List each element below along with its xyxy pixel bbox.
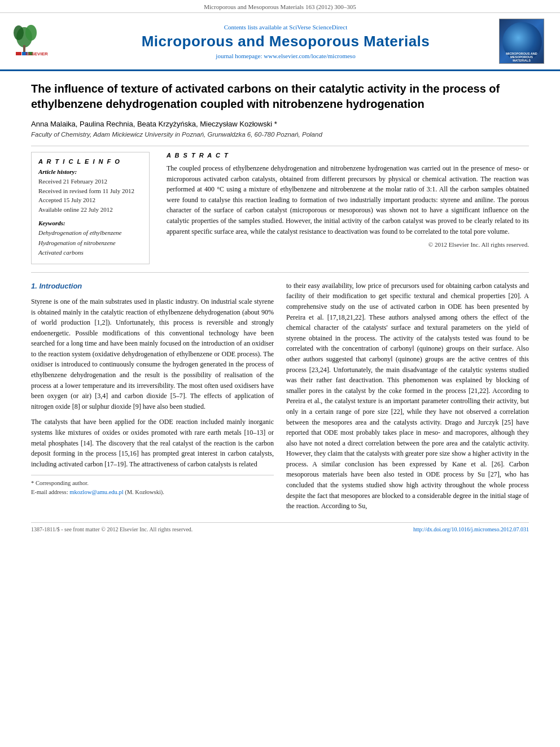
footnote-area: * Corresponding author. E-mail address: … xyxy=(31,475,274,497)
sciverse-text: Contents lists available at SciVerse Sci… xyxy=(78,24,493,30)
journal-ref-text: Microporous and Mesoporous Materials 163… xyxy=(204,3,356,10)
journal-cover-image: MICROPOROUS ANDMESOPOROUSMATERIALS xyxy=(499,19,544,64)
intro-title: 1. Introduction xyxy=(31,281,274,292)
article-info-box: A R T I C L E I N F O Article history: R… xyxy=(31,152,150,264)
article-info-col: A R T I C L E I N F O Article history: R… xyxy=(31,152,150,264)
revised-date: Received in revised form 11 July 2012 xyxy=(38,186,142,196)
body-two-col: 1. Introduction Styrene is one of the ma… xyxy=(31,281,529,517)
info-abstract-section: A R T I C L E I N F O Article history: R… xyxy=(31,152,529,264)
article-info-title: A R T I C L E I N F O xyxy=(38,158,142,165)
journal-header: ELSEVIER Contents lists available at Sci… xyxy=(0,13,560,71)
keyword-1: Dehydrogenation of ethylbenzene xyxy=(38,228,142,238)
journal-reference: Microporous and Mesoporous Materials 163… xyxy=(0,0,560,13)
bottom-bar: 1387-1811/$ - see front matter © 2012 El… xyxy=(31,522,529,532)
email-suffix: (M. Kozłowski). xyxy=(124,489,164,495)
divider-1 xyxy=(31,146,529,146)
author-names: Anna Malaika, Paulina Rechnia, Beata Krz… xyxy=(31,120,277,128)
available-date: Available online 22 July 2012 xyxy=(38,205,142,215)
homepage-url[interactable]: www.elsevier.com/locate/micromeso xyxy=(264,53,355,59)
keywords-label: Keywords: xyxy=(38,220,142,226)
abstract-title: A B S T R A C T xyxy=(167,152,529,159)
article-content: The influence of texture of activated ca… xyxy=(0,71,560,544)
email-value[interactable]: mkozlow@amu.edu.pl xyxy=(69,489,123,495)
sciverse-prefix: Contents lists available at xyxy=(224,24,289,30)
intro-para1: Styrene is one of the main substrates us… xyxy=(31,296,274,412)
journal-title: Microporous and Mesoporous Materials xyxy=(78,33,493,50)
elsevier-logo-icon: ELSEVIER xyxy=(10,20,64,60)
homepage-prefix: journal homepage: xyxy=(216,53,264,59)
abstract-text: The coupled process of ethylbenzene dehy… xyxy=(167,163,529,237)
keyword-2: Hydrogenation of nitrobenzene xyxy=(38,238,142,248)
body-col-left: 1. Introduction Styrene is one of the ma… xyxy=(31,281,274,517)
journal-homepage: journal homepage: www.elsevier.com/locat… xyxy=(78,53,493,59)
svg-point-2 xyxy=(25,25,37,41)
body-content: 1. Introduction Styrene is one of the ma… xyxy=(31,281,529,532)
body-col-right: to their easy availability, low price of… xyxy=(286,281,529,517)
authors-line: Anna Malaika, Paulina Rechnia, Beata Krz… xyxy=(31,120,529,128)
intro-para3: to their easy availability, low price of… xyxy=(286,281,529,512)
copyright: © 2012 Elsevier Inc. All rights reserved… xyxy=(167,241,529,248)
intro-para1-text: Styrene is one of the main substrates us… xyxy=(31,298,274,410)
keyword-3: Activated carbons xyxy=(38,248,142,258)
footnote-star: * Corresponding author. xyxy=(31,479,274,488)
intro-para3-text: to their easy availability, low price of… xyxy=(286,282,529,510)
footnote-email: E-mail address: mkozlow@amu.edu.pl (M. K… xyxy=(31,488,274,497)
article-title: The influence of texture of activated ca… xyxy=(31,81,529,112)
intro-para2-text: The catalysts that have been applied for… xyxy=(31,418,274,468)
divider-2 xyxy=(31,272,529,273)
email-label: E-mail address: xyxy=(31,489,69,495)
svg-rect-5 xyxy=(16,52,21,55)
svg-text:ELSEVIER: ELSEVIER xyxy=(25,51,48,56)
abstract-col: A B S T R A C T The coupled process of e… xyxy=(167,152,529,264)
accepted-date: Accepted 15 July 2012 xyxy=(38,195,142,205)
history-label: Article history: xyxy=(38,168,142,175)
doi-text[interactable]: http://dx.doi.org/10.1016/j.micromeso.20… xyxy=(413,526,529,532)
intro-para2: The catalysts that have been applied for… xyxy=(31,417,274,469)
elsevier-logo-area: ELSEVIER xyxy=(10,20,72,62)
svg-point-3 xyxy=(14,25,24,40)
issn-text: 1387-1811/$ - see front matter © 2012 El… xyxy=(31,526,193,532)
affiliation: Faculty of Chemistry, Adam Mickiewicz Un… xyxy=(31,131,529,138)
received-date: Received 21 February 2012 xyxy=(38,177,142,186)
keywords-list: Dehydrogenation of ethylbenzene Hydrogen… xyxy=(38,228,142,258)
journal-header-center: Contents lists available at SciVerse Sci… xyxy=(72,24,499,59)
sciverse-link-text[interactable]: SciVerse ScienceDirect xyxy=(289,24,347,30)
journal-cover-area: MICROPOROUS ANDMESOPOROUSMATERIALS xyxy=(499,19,550,64)
